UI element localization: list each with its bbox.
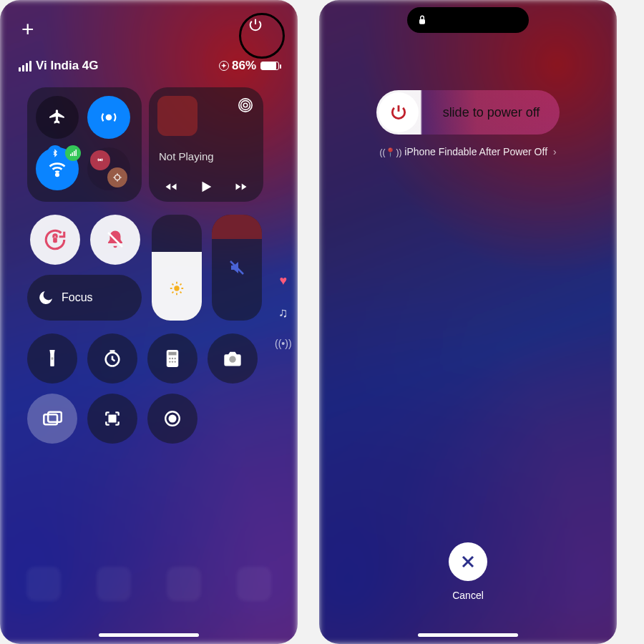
svg-rect-34 (44, 414, 57, 424)
signal-bars-icon (19, 61, 31, 72)
svg-point-30 (169, 361, 170, 362)
carrier-label: Vi India 4G (36, 59, 99, 73)
svg-rect-2 (70, 154, 72, 156)
svg-rect-26 (169, 352, 177, 356)
battery-icon (260, 62, 279, 70)
power-off-screen: slide to power off ((📍)) iPhone Findable… (319, 0, 617, 644)
satellite-toggle[interactable] (107, 167, 127, 187)
sun-icon (169, 280, 185, 296)
connectivity-panel[interactable] (27, 87, 142, 202)
add-controls-button[interactable]: + (21, 19, 34, 40)
cancel-label: Cancel (319, 590, 617, 601)
forward-button[interactable] (233, 180, 250, 193)
power-icon (389, 103, 408, 122)
not-playing-label: Not Playing (159, 150, 214, 162)
volume-level-indicator (212, 215, 262, 239)
svg-rect-35 (48, 412, 62, 422)
airplane-mode-toggle[interactable] (36, 96, 79, 139)
moon-icon (37, 289, 54, 306)
cellular-data-toggle[interactable] (65, 145, 81, 161)
play-button[interactable] (198, 179, 214, 195)
svg-rect-39 (113, 419, 115, 421)
home-indicator[interactable] (99, 633, 199, 637)
find-my-icon: ((📍)) (379, 147, 401, 157)
slide-to-power-off[interactable]: slide to power off (376, 90, 560, 135)
svg-rect-11 (53, 238, 57, 243)
svg-point-0 (107, 115, 112, 120)
status-bar: Vi India 4G ✦ 86% (0, 59, 298, 73)
svg-point-33 (229, 356, 235, 363)
svg-point-7 (115, 175, 120, 180)
dynamic-island (407, 7, 529, 33)
slide-label: slide to power off (419, 105, 560, 120)
shortcuts-status-icon: ✦ (219, 61, 229, 71)
heart-icon[interactable]: ♥ (279, 273, 287, 288)
svg-point-9 (241, 101, 250, 110)
screen-record-button[interactable] (147, 394, 197, 444)
svg-rect-4 (74, 151, 75, 156)
media-panel[interactable]: Not Playing (149, 87, 263, 202)
utility-buttons (27, 333, 258, 444)
camera-button[interactable] (208, 333, 258, 384)
volume-slider[interactable] (212, 215, 262, 321)
svg-point-31 (172, 361, 173, 362)
chevron-right-icon: › (553, 146, 557, 157)
svg-rect-3 (72, 152, 74, 156)
rotation-lock-toggle[interactable] (30, 215, 80, 265)
findable-link[interactable]: ((📍)) iPhone Findable After Power Off › (319, 146, 617, 157)
accessory-icons: ♥ ♫ ((•)) (275, 273, 292, 349)
wifi-toggle[interactable] (36, 147, 79, 190)
svg-point-13 (174, 286, 179, 291)
close-icon (459, 553, 477, 570)
findable-text: iPhone Findable After Power Off (404, 146, 547, 157)
svg-rect-5 (76, 150, 77, 156)
airdrop-toggle[interactable] (87, 96, 130, 139)
svg-point-1 (56, 174, 58, 176)
svg-point-28 (172, 358, 173, 359)
speaker-muted-icon (228, 259, 245, 276)
svg-line-21 (180, 283, 182, 285)
focus-toggle[interactable]: Focus (27, 275, 142, 321)
power-off-knob[interactable] (379, 92, 419, 132)
svg-point-32 (174, 361, 175, 362)
connectivity-extra[interactable] (87, 147, 130, 190)
calculator-button[interactable] (147, 333, 197, 384)
svg-rect-38 (109, 419, 112, 421)
flashlight-button[interactable] (27, 333, 77, 384)
svg-line-20 (172, 291, 173, 293)
svg-rect-36 (109, 416, 112, 418)
code-scanner-button[interactable] (87, 394, 137, 444)
annotation-circle (239, 13, 285, 59)
svg-point-41 (170, 416, 176, 422)
music-note-icon[interactable]: ♫ (278, 306, 288, 321)
lock-icon (417, 14, 427, 26)
svg-rect-23 (52, 357, 54, 360)
control-center-screen: + Vi India 4G ✦ 86% (0, 0, 298, 644)
svg-point-27 (169, 358, 170, 359)
rewind-button[interactable] (162, 180, 180, 193)
brightness-slider[interactable] (152, 215, 202, 321)
bluetooth-toggle[interactable] (47, 145, 63, 161)
cancel-button[interactable] (449, 542, 487, 581)
svg-point-8 (243, 103, 248, 107)
home-indicator[interactable] (418, 633, 518, 637)
svg-point-29 (174, 358, 175, 359)
screen-mirroring-button[interactable] (27, 394, 77, 444)
svg-line-19 (180, 291, 182, 293)
dock-apps-blurred (0, 567, 298, 601)
battery-percent: 86% (232, 59, 256, 73)
silent-mode-toggle[interactable] (90, 215, 140, 265)
svg-rect-37 (113, 416, 115, 418)
sound-recognition-icon[interactable]: ((•)) (275, 338, 292, 349)
svg-rect-42 (419, 19, 425, 24)
svg-point-6 (99, 160, 101, 161)
timer-button[interactable] (87, 333, 137, 384)
hotspot-toggle[interactable] (90, 150, 110, 170)
focus-label: Focus (62, 291, 93, 304)
svg-line-18 (172, 283, 173, 285)
airplay-button[interactable] (238, 97, 253, 113)
album-art-placeholder (157, 96, 197, 136)
